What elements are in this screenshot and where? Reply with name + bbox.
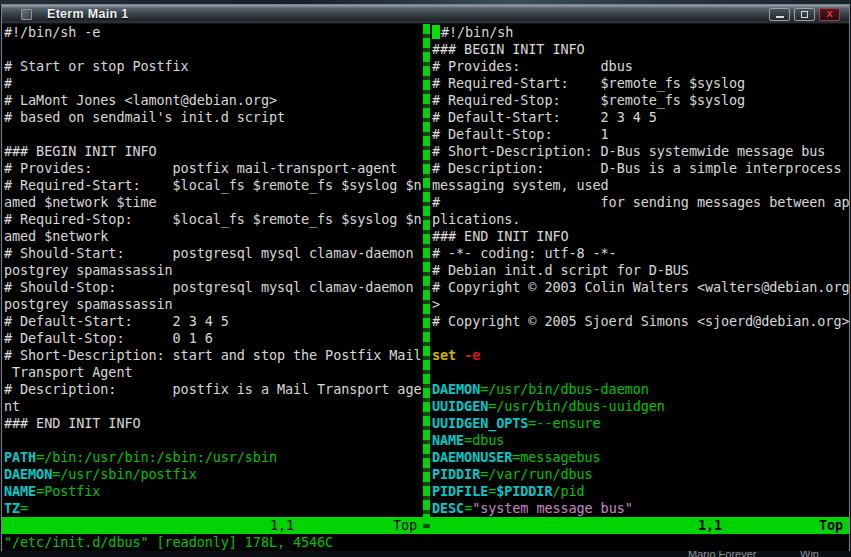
status-scroll-indicator: Top	[819, 517, 843, 534]
code-line: # Description: postfix is a Mail Transpo…	[4, 381, 423, 398]
code-line: NAME=dbus	[432, 432, 849, 449]
code-line	[432, 364, 849, 381]
code-line: PIDFILE=$PIDDIR/pid	[432, 483, 849, 500]
close-button[interactable]: X	[819, 8, 840, 21]
code-line: amed $network $time	[4, 194, 423, 211]
code-line: UUIDGEN=/usr/bin/dbus-uuidgen	[432, 398, 849, 415]
code-line: # LaMont Jones <lamont@debian.org>	[4, 92, 423, 109]
code-line: # Required-Stop: $remote_fs $syslog	[432, 92, 849, 109]
eterm-window: Eterm Main 1 X #!/bin/sh -e# Start or st…	[1, 4, 850, 551]
code-line: TZ=	[4, 500, 423, 517]
maximize-icon	[801, 11, 808, 18]
code-line: # Required-Start: $remote_fs $syslog	[432, 75, 849, 92]
code-line	[432, 330, 849, 347]
code-line: # Copyright © 2005 Sjoerd Simons <sjoerd…	[432, 313, 849, 330]
status-cursor-position: 1,1	[270, 517, 294, 534]
code-line: #!/bin/sh -e	[4, 24, 423, 41]
desktop: Mario Forever Win Eterm Main 1 X #!/bin/…	[0, 0, 851, 557]
code-line: # Copyright © 2003 Colin Walters <walter…	[432, 279, 849, 296]
code-line	[4, 126, 423, 143]
code-line: # Short-Description: start and stop the …	[4, 347, 423, 364]
terminal-vim[interactable]: #!/bin/sh -e# Start or stop Postfix## La…	[2, 24, 849, 551]
statusline-postfix: /etc/init.d/postfix [RO] 1,1 Top	[2, 517, 423, 534]
code-line: # Required-Stop: $local_fs $remote_fs $s…	[4, 211, 423, 228]
code-line: # Provides: postfix mail-transport-agent	[4, 160, 423, 177]
code-line: # for sending messages between ap	[432, 194, 849, 211]
code-line: plications.	[432, 211, 849, 228]
titlebar[interactable]: Eterm Main 1 X	[2, 5, 849, 24]
code-line: UUIDGEN_OPTS=--ensure	[432, 415, 849, 432]
code-line: PIDDIR=/var/run/dbus	[432, 466, 849, 483]
vim-pane-dbus[interactable]: #!/bin/sh### BEGIN INIT INFO# Provides: …	[430, 24, 849, 517]
code-line: # Start or stop Postfix	[4, 58, 423, 75]
code-line: DAEMON=/usr/sbin/postfix	[4, 466, 423, 483]
status-scroll-indicator: Top	[393, 517, 417, 534]
code-line: # Default-Stop: 1	[432, 126, 849, 143]
code-line: # Should-Stop: postgresql mysql clamav-d…	[4, 279, 423, 296]
window-controls: X	[769, 8, 840, 21]
minimize-icon	[776, 16, 784, 18]
code-line: # Short-Description: D-Bus systemwide me…	[432, 143, 849, 160]
code-line: NAME=Postfix	[4, 483, 423, 500]
code-line: >	[432, 296, 849, 313]
window-title: Eterm Main 1	[47, 7, 128, 21]
code-line: nt	[4, 398, 423, 415]
window-menu-icon[interactable]	[21, 9, 32, 20]
code-line: DAEMON=/usr/bin/dbus-daemon	[432, 381, 849, 398]
code-line: DESC="system message bus"	[432, 500, 849, 517]
code-line: postgrey spamassassin	[4, 296, 423, 313]
code-line	[4, 432, 423, 449]
vim-command-line: "/etc/init.d/dbus" [readonly] 178L, 4546…	[4, 534, 333, 551]
code-line: # Debian init.d script for D-BUS	[432, 262, 849, 279]
code-line: ### BEGIN INIT INFO	[4, 143, 423, 160]
code-line: # Description: D-Bus is a simple interpr…	[432, 160, 849, 177]
code-line: Transport Agent	[4, 364, 423, 381]
code-line	[4, 41, 423, 58]
code-line: amed $network	[4, 228, 423, 245]
code-line: # Default-Stop: 0 1 6	[4, 330, 423, 347]
code-line: # Required-Start: $local_fs $remote_fs $…	[4, 177, 423, 194]
code-line: # Provides: dbus	[432, 58, 849, 75]
code-line: ### END INIT INFO	[4, 415, 423, 432]
code-line: PATH=/bin:/usr/bin:/sbin:/usr/sbin	[4, 449, 423, 466]
code-line: # Default-Start: 2 3 4 5	[4, 313, 423, 330]
code-line: # based on sendmail's init.d script	[4, 109, 423, 126]
code-line: ### BEGIN INIT INFO	[432, 41, 849, 58]
code-line: # Should-Start: postgresql mysql clamav-…	[4, 245, 423, 262]
code-line: # -*- coding: utf-8 -*-	[432, 245, 849, 262]
code-line: # Default-Start: 2 3 4 5	[432, 109, 849, 126]
vim-vertical-split[interactable]	[423, 24, 430, 534]
status-cursor-position: 1,1	[698, 517, 722, 534]
code-line: #	[4, 75, 423, 92]
code-line: #!/bin/sh	[432, 24, 849, 41]
statusline-dbus: /etc/init.d/dbus [RO] 1,1 Top	[430, 517, 849, 534]
maximize-button[interactable]	[794, 8, 815, 21]
code-line: postgrey spamassassin	[4, 262, 423, 279]
code-line: set -e	[432, 347, 849, 364]
vim-pane-postfix[interactable]: #!/bin/sh -e# Start or stop Postfix## La…	[2, 24, 423, 517]
code-line: ### END INIT INFO	[432, 228, 849, 245]
code-line: messaging system, used	[432, 177, 849, 194]
vim-status-row: /etc/init.d/postfix [RO] 1,1 Top /etc/in…	[2, 517, 849, 534]
code-line: DAEMONUSER=messagebus	[432, 449, 849, 466]
minimize-button[interactable]	[769, 8, 790, 21]
